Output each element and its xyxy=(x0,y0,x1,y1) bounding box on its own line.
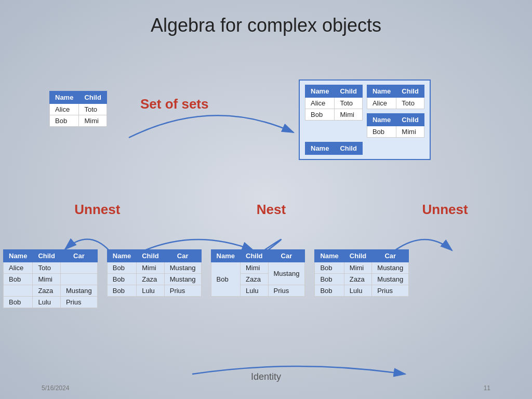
arrows-overlay xyxy=(0,0,532,399)
unnest1-arrow xyxy=(65,239,109,250)
table-row: Bob Lulu Prius xyxy=(4,297,98,308)
simple-table-section: Name Child Alice Toto Bob Mimi xyxy=(49,91,107,127)
table-row: Zaza Mustang xyxy=(4,285,98,297)
bottom-table3-wrap: Name Child Car Bob Mimi Mustang Zaza Lul… xyxy=(206,249,310,308)
table-row: Bob Mimi xyxy=(367,126,424,138)
nest-label: Nest xyxy=(206,202,336,218)
table-row: Alice Toto xyxy=(305,98,363,109)
nest-arrow-right xyxy=(264,240,281,250)
identity-label: Identity xyxy=(251,371,281,382)
nested-outer-box: Name Child Alice Toto Bob Mimi xyxy=(299,79,431,160)
table-row: Bob Mimi xyxy=(305,109,363,121)
identity-arrow xyxy=(192,366,405,374)
nested-bottom-row: Name Child xyxy=(305,142,424,155)
table-row: Alice Toto xyxy=(50,104,107,115)
unnest1-label: Unnest xyxy=(32,202,162,218)
unnest2-label: Unnest xyxy=(380,202,510,218)
bottom-tables-area: Name Child Car Alice Toto Bob Mimi xyxy=(0,249,532,308)
bottom-table1-wrap: Name Child Car Alice Toto Bob Mimi xyxy=(0,249,102,308)
simple-table: Name Child Alice Toto Bob Mimi xyxy=(49,91,107,127)
nest-arrow-left xyxy=(144,240,254,250)
table-row: Bob Mimi Mustang xyxy=(315,262,409,274)
table-row: Alice Toto xyxy=(367,98,424,109)
nested-right-sub: Name Child Alice Toto Name Child xyxy=(367,85,424,138)
nested-left-sub: Name Child Alice Toto Bob Mimi xyxy=(305,85,363,138)
table-row: Bob Lulu Prius xyxy=(315,285,409,297)
set-of-sets-arrow xyxy=(129,115,294,138)
nested-table-section: Name Child Alice Toto Bob Mimi xyxy=(299,79,431,160)
bottom-table2: Name Child Car Bob Mimi Mustang Bob Zaza… xyxy=(107,249,202,297)
table-row: Bob Mimi Mustang xyxy=(107,262,201,274)
table-row: Bob Lulu Prius xyxy=(107,285,201,297)
nested-top-row: Name Child Alice Toto Bob Mimi xyxy=(305,85,424,138)
bottom-table1: Name Child Car Alice Toto Bob Mimi xyxy=(3,249,98,308)
footer-page: 11 xyxy=(484,384,490,392)
ops-row: Unnest Nest Unnest xyxy=(0,202,532,218)
simple-table-name-header: Name xyxy=(50,91,79,104)
table-row: Bob Zaza Mustang xyxy=(315,274,409,285)
footer-date: 5/16/2024 xyxy=(42,384,69,392)
bottom-table2-wrap: Name Child Car Bob Mimi Mustang Bob Zaza… xyxy=(102,249,206,308)
unnest2-arrow xyxy=(395,240,452,250)
table-row: Bob Mimi xyxy=(50,115,107,127)
table-row: Bob Mimi Mustang xyxy=(211,262,305,274)
bottom-table4: Name Child Car Bob Mimi Mustang Bob Zaza… xyxy=(314,249,409,297)
table-row: Bob Mimi xyxy=(4,274,98,285)
bottom-table4-wrap: Name Child Car Bob Mimi Mustang Bob Zaza… xyxy=(309,249,413,308)
table-row: Bob Zaza Mustang xyxy=(107,274,201,285)
table-row: Alice Toto xyxy=(4,262,98,274)
simple-table-child-header: Child xyxy=(79,91,107,104)
set-of-sets-label: Set of sets xyxy=(140,96,209,112)
slide-title: Algebra for complex objects xyxy=(0,0,532,36)
bottom-table3: Name Child Car Bob Mimi Mustang Zaza Lul… xyxy=(211,249,305,297)
